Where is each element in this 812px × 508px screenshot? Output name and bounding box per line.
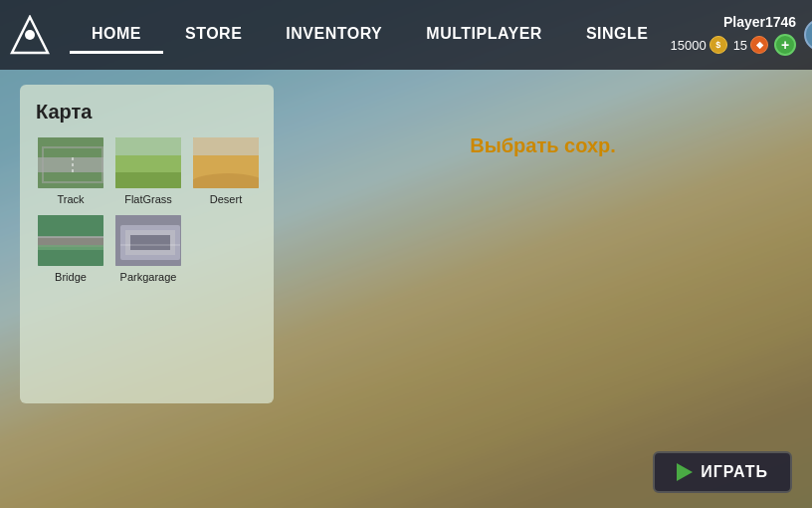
map-label-flatgrass: FlatGrass xyxy=(124,193,172,205)
coins-display: 15000 $ xyxy=(670,36,726,54)
map-thumb-flatgrass xyxy=(113,135,183,190)
svg-rect-15 xyxy=(38,245,105,250)
nav-single[interactable]: SINGLE xyxy=(564,17,671,54)
play-button[interactable]: ИГРАТЬ xyxy=(653,451,792,493)
nav-store[interactable]: STORE xyxy=(163,17,264,54)
nav-inventory[interactable]: INVENTORY xyxy=(264,17,404,54)
gem-icon: ◆ xyxy=(750,36,768,54)
svg-rect-4 xyxy=(38,157,105,172)
gems-display: 15 ◆ xyxy=(733,36,768,54)
nav-multiplayer[interactable]: MULTIPLAYER xyxy=(404,17,564,54)
map-thumb-bridge xyxy=(36,213,105,268)
map-grid: Track FlatGrass xyxy=(36,135,258,283)
map-panel: Карта Track xyxy=(20,85,274,403)
play-btn-container: ИГРАТЬ xyxy=(653,451,792,493)
map-item-desert[interactable]: Desert xyxy=(191,135,261,205)
map-item-flatgrass[interactable]: FlatGrass xyxy=(113,135,183,205)
coins-value: 15000 xyxy=(670,38,706,53)
username: Player1746 xyxy=(723,14,796,30)
panel-title: Карта xyxy=(36,101,258,124)
map-thumb-track xyxy=(36,135,105,190)
logo-icon xyxy=(10,15,50,55)
svg-rect-8 xyxy=(115,172,183,190)
coin-icon: $ xyxy=(710,36,727,54)
user-info: Player1746 15000 $ 15 ◆ + xyxy=(670,14,796,56)
add-currency-button[interactable]: + xyxy=(774,34,796,56)
svg-point-1 xyxy=(25,30,35,40)
navbar: HOME STORE INVENTORY MULTIPLAYER SINGLE … xyxy=(0,0,812,70)
right-section: Выбрать сохр. xyxy=(294,85,792,167)
avatar-button[interactable] xyxy=(804,19,812,51)
gems-value: 15 xyxy=(733,38,747,53)
map-label-bridge: Bridge xyxy=(55,271,87,283)
main-content: Карта Track xyxy=(0,70,812,508)
map-item-bridge[interactable]: Bridge xyxy=(36,213,105,283)
map-thumb-parkgarage xyxy=(113,213,183,268)
svg-rect-11 xyxy=(193,137,261,155)
map-label-track: Track xyxy=(57,193,84,205)
svg-rect-9 xyxy=(115,137,183,155)
svg-rect-20 xyxy=(130,235,170,250)
nav-links: HOME STORE INVENTORY MULTIPLAYER SINGLE xyxy=(70,17,670,54)
user-section: Player1746 15000 $ 15 ◆ + xyxy=(670,14,812,56)
play-icon xyxy=(677,463,693,481)
play-label: ИГРАТЬ xyxy=(701,463,768,481)
map-item-parkgarage[interactable]: Parkgarage xyxy=(113,213,183,283)
nav-home[interactable]: HOME xyxy=(70,17,163,54)
currency-row: 15000 $ 15 ◆ + xyxy=(670,34,796,56)
select-save-button[interactable]: Выбрать сохр. xyxy=(450,125,636,167)
map-label-parkgarage: Parkgarage xyxy=(120,271,177,283)
map-item-track[interactable]: Track xyxy=(36,135,105,205)
content-layout: Карта Track xyxy=(20,85,792,403)
map-label-desert: Desert xyxy=(210,193,242,205)
map-thumb-desert xyxy=(191,135,261,190)
